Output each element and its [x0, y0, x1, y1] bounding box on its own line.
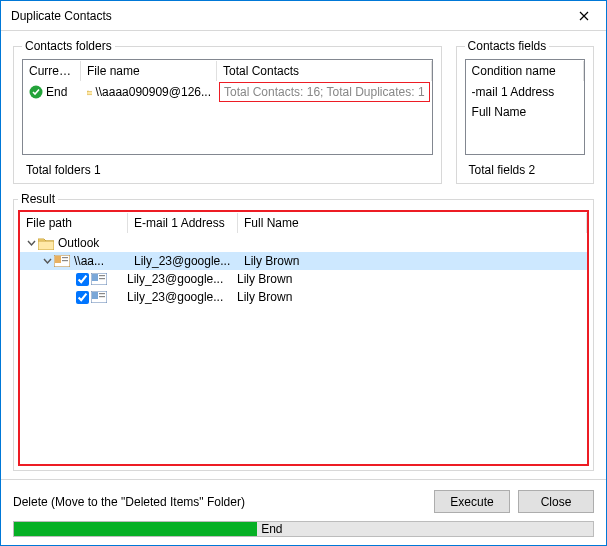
close-button[interactable]: Close [518, 490, 594, 513]
total-contacts-summary: Total Contacts: 16; Total Duplicates: 1 [219, 82, 430, 102]
contacts-folders-legend: Contacts folders [22, 39, 115, 53]
cell-email: Lily_23@google... [134, 254, 244, 268]
result-group: Result File path E-mail 1 Address Full N… [13, 192, 594, 471]
cell-email: Lily_23@google... [127, 272, 237, 286]
chevron-down-icon[interactable] [40, 257, 54, 266]
execute-button[interactable]: Execute [434, 490, 510, 513]
svg-rect-8 [92, 274, 98, 281]
svg-rect-9 [99, 275, 105, 276]
svg-rect-2 [38, 241, 54, 250]
folders-row[interactable]: End \\aaaa090909@126... Total Contacts: … [23, 82, 432, 102]
fields-row[interactable]: Full Name [466, 102, 584, 122]
svg-rect-1 [87, 91, 92, 94]
fields-header-row: Condition name [466, 60, 584, 82]
row-checkbox[interactable] [76, 273, 89, 286]
delete-description: Delete (Move to the "Deleted Items" Fold… [13, 495, 426, 509]
folders-list: Curren... File name Total Contacts End \… [22, 59, 433, 155]
svg-rect-4 [55, 256, 61, 263]
col-total-contacts[interactable]: Total Contacts [217, 61, 432, 81]
contacts-fields-legend: Contacts fields [465, 39, 550, 53]
result-legend: Result [18, 192, 58, 206]
cell-name: Lily Brown [244, 254, 299, 268]
close-icon [579, 11, 589, 21]
col-filename[interactable]: File name [81, 61, 217, 81]
svg-rect-5 [62, 257, 68, 258]
svg-rect-6 [62, 260, 68, 261]
contact-card-icon [91, 273, 107, 285]
folder-icon [38, 237, 54, 250]
tree-row-folder[interactable]: \\aa... Lily_23@google... Lily Brown [20, 252, 587, 270]
col-current[interactable]: Curren... [23, 61, 81, 81]
folders-row-status: End [46, 85, 67, 99]
folder-icon [87, 86, 92, 99]
svg-rect-13 [99, 293, 105, 294]
cell-name: Lily Brown [237, 290, 292, 304]
col-condition-name[interactable]: Condition name [466, 61, 584, 81]
row-checkbox[interactable] [76, 291, 89, 304]
progress-bar: End [13, 521, 594, 537]
contact-card-icon [91, 291, 107, 303]
bottom-panel: Delete (Move to the "Deleted Items" Fold… [1, 479, 606, 545]
window-title: Duplicate Contacts [11, 9, 561, 23]
total-folders: Total folders 1 [22, 155, 433, 177]
svg-rect-10 [99, 278, 105, 279]
progress-text: End [261, 522, 282, 536]
tree-row-item[interactable]: Lily_23@google... Lily Brown [20, 270, 587, 288]
contacts-folders-group: Contacts folders Curren... File name Tot… [13, 39, 442, 184]
cell-name: Lily Brown [237, 272, 292, 286]
fields-list: Condition name -mail 1 Address Full Name [465, 59, 585, 155]
col-file-path[interactable]: File path [20, 213, 128, 233]
total-fields: Total fields 2 [465, 155, 585, 177]
titlebar: Duplicate Contacts [1, 1, 606, 31]
result-tree: File path E-mail 1 Address Full Name Out… [18, 210, 589, 466]
progress-fill [14, 522, 257, 536]
tree-row-item[interactable]: Lily_23@google... Lily Brown [20, 288, 587, 306]
folders-header-row: Curren... File name Total Contacts [23, 60, 432, 82]
svg-rect-14 [99, 296, 105, 297]
svg-rect-12 [92, 292, 98, 299]
chevron-down-icon[interactable] [24, 239, 38, 248]
tree-folder-label: \\aa... [74, 254, 134, 268]
col-full-name[interactable]: Full Name [238, 213, 587, 233]
tree-row-root[interactable]: Outlook [20, 234, 587, 252]
tree-root-label: Outlook [58, 236, 99, 250]
check-circle-icon [29, 85, 43, 99]
contact-card-icon [54, 255, 70, 267]
fields-row[interactable]: -mail 1 Address [466, 82, 584, 102]
result-header-row: File path E-mail 1 Address Full Name [20, 212, 587, 234]
close-window-button[interactable] [561, 1, 606, 31]
contacts-fields-group: Contacts fields Condition name -mail 1 A… [456, 39, 594, 184]
cell-email: Lily_23@google... [127, 290, 237, 304]
folders-row-filename: \\aaaa090909@126... [95, 85, 211, 99]
col-email[interactable]: E-mail 1 Address [128, 213, 238, 233]
